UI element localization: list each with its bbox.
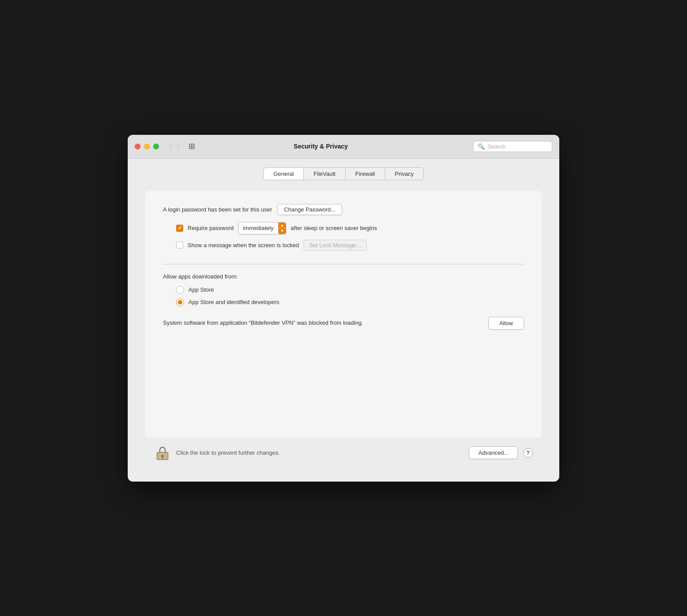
window-title: Security & Privacy (174, 143, 468, 150)
lock-message-checkbox[interactable] (176, 241, 183, 249)
minimize-button[interactable] (144, 144, 150, 149)
lock-message-row: Show a message when the screen is locked… (176, 240, 524, 251)
traffic-lights (135, 144, 159, 149)
downloads-title: Allow apps downloaded from: (163, 273, 524, 280)
tab-filevault[interactable]: FileVault (304, 167, 346, 180)
tab-firewall[interactable]: Firewall (346, 167, 385, 180)
require-password-checkbox[interactable] (176, 225, 183, 232)
svg-rect-4 (158, 452, 160, 453)
change-password-button[interactable]: Change Password... (277, 204, 342, 215)
radio-identified[interactable] (176, 298, 184, 306)
set-lock-message-button[interactable]: Set Lock Message... (303, 240, 367, 251)
maximize-button[interactable] (153, 144, 159, 149)
advanced-button[interactable]: Advanced... (469, 446, 518, 459)
radio-identified-row: App Store and identified developers (176, 298, 524, 306)
allow-button[interactable]: Allow (488, 317, 524, 330)
system-preferences-window: ‹ › ⊞ Security & Privacy 🔍 General FileV… (128, 135, 559, 482)
svg-rect-5 (165, 452, 167, 453)
radio-appstore-label: App Store (188, 286, 214, 293)
stepper-value: immediately (239, 223, 278, 233)
search-input[interactable] (488, 143, 547, 150)
require-password-label-before: Require password (188, 225, 234, 231)
search-icon: 🔍 (478, 143, 485, 150)
lock-message-label: Show a message when the screen is locked (188, 242, 299, 249)
back-button[interactable]: ‹ (168, 142, 174, 151)
radio-identified-label: App Store and identified developers (188, 299, 279, 305)
blocked-app-section: System software from application “Bitdef… (163, 317, 524, 330)
settings-panel: A login password has been set for this u… (145, 191, 542, 438)
help-button[interactable]: ? (523, 448, 533, 458)
radio-appstore-row: App Store (176, 286, 524, 294)
tab-privacy[interactable]: Privacy (385, 167, 424, 180)
stepper-arrows[interactable]: ▲ ▼ (278, 223, 286, 234)
close-button[interactable] (135, 144, 140, 149)
stepper-down-arrow[interactable]: ▼ (278, 228, 286, 234)
require-password-row: Require password immediately ▲ ▼ after s… (176, 222, 524, 234)
search-box[interactable]: 🔍 (473, 141, 552, 152)
lock-status-text: Click the lock to prevent further change… (176, 449, 464, 456)
password-row: A login password has been set for this u… (163, 204, 524, 215)
radio-appstore[interactable] (176, 286, 184, 294)
stepper-up-arrow[interactable]: ▲ (278, 223, 286, 229)
tabs: General FileVault Firewall Privacy (145, 167, 542, 180)
tab-general[interactable]: General (263, 167, 304, 180)
lock-icon[interactable] (154, 445, 171, 461)
password-section: A login password has been set for this u… (163, 204, 524, 251)
require-password-label-after: after sleep or screen saver begins (291, 225, 377, 231)
titlebar: ‹ › ⊞ Security & Privacy 🔍 (128, 135, 559, 159)
blocked-app-text: System software from application “Bitdef… (163, 319, 363, 327)
immediately-stepper[interactable]: immediately ▲ ▼ (238, 222, 286, 234)
bottom-bar: Click the lock to prevent further change… (145, 438, 542, 468)
downloads-section: Allow apps downloaded from: App Store Ap… (163, 273, 524, 306)
password-set-text: A login password has been set for this u… (163, 206, 272, 213)
section-divider (163, 264, 524, 264)
main-content: General FileVault Firewall Privacy A log… (128, 159, 559, 482)
